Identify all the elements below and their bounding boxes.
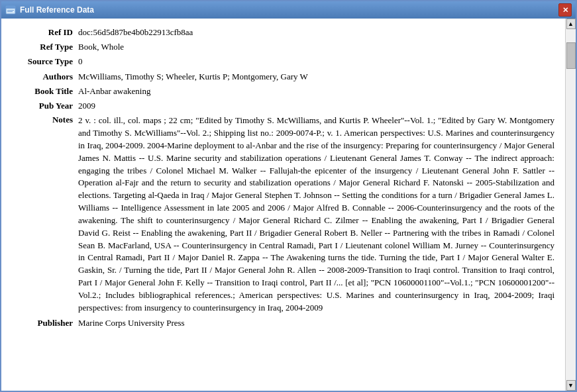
ref-type-label: Ref Type: [12, 41, 78, 53]
main-content: Ref ID doc:56d5d87be4b0b22913cfb8aa Ref …: [1, 19, 565, 391]
source-type-value: 0: [78, 56, 554, 68]
book-title-label: Book Title: [12, 85, 78, 97]
scrollbar[interactable]: ▲ ▼: [565, 19, 576, 391]
notes-row: Notes 2 v. : col. ill., col. maps ; 22 c…: [12, 115, 554, 315]
book-title-row: Book Title Al-Anbar awakening: [12, 85, 554, 97]
source-type-row: Source Type 0: [12, 56, 554, 68]
ref-id-row: Ref ID doc:56d5d87be4b0b22913cfb8aa: [12, 26, 554, 38]
svg-rect-1: [6, 6, 15, 9]
scroll-thumb[interactable]: [566, 42, 576, 69]
authors-row: Authors McWilliams, Timothy S; Wheeler, …: [12, 71, 554, 83]
notes-value: 2 v. : col. ill., col. maps ; 22 cm; "Ed…: [78, 115, 554, 315]
publisher-value: Marine Corps University Press: [78, 317, 554, 329]
window-title: Full Reference Data: [20, 5, 94, 15]
pub-year-value: 2009: [78, 100, 554, 112]
book-title-value: Al-Anbar awakening: [78, 85, 554, 97]
scroll-down-arrow[interactable]: ▼: [566, 380, 576, 391]
authors-label: Authors: [12, 71, 78, 83]
window-icon: [5, 5, 16, 15]
ref-type-row: Ref Type Book, Whole: [12, 41, 554, 53]
scroll-up-arrow[interactable]: ▲: [566, 19, 576, 29]
content-area: Ref ID doc:56d5d87be4b0b22913cfb8aa Ref …: [1, 19, 576, 391]
pub-year-label: Pub Year: [12, 100, 78, 112]
title-bar-left: Full Reference Data: [5, 5, 94, 15]
window: Full Reference Data ✕ Ref ID doc:56d5d87…: [0, 0, 577, 392]
authors-value: McWilliams, Timothy S; Wheeler, Kurtis P…: [78, 71, 554, 83]
ref-id-label: Ref ID: [12, 26, 78, 38]
ref-type-value: Book, Whole: [78, 41, 554, 53]
notes-label: Notes: [12, 115, 78, 315]
publisher-label: Publisher: [12, 317, 78, 329]
svg-rect-3: [7, 11, 13, 12]
source-type-label: Source Type: [12, 56, 78, 68]
pub-year-row: Pub Year 2009: [12, 100, 554, 112]
ref-id-value: doc:56d5d87be4b0b22913cfb8aa: [78, 26, 554, 38]
svg-rect-2: [7, 10, 14, 11]
publisher-row: Publisher Marine Corps University Press: [12, 317, 554, 329]
close-button[interactable]: ✕: [558, 3, 572, 17]
title-bar: Full Reference Data ✕: [1, 1, 576, 19]
